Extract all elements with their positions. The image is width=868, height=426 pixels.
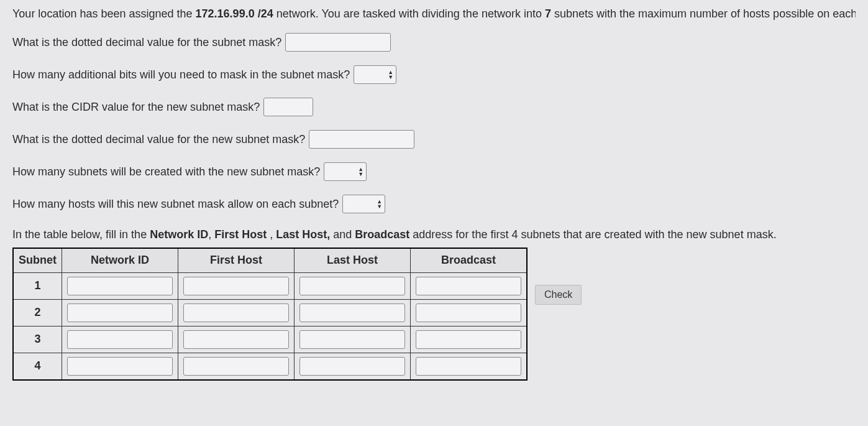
q2-input[interactable] <box>359 68 385 81</box>
q2-label: How many additional bits will you need t… <box>12 67 350 83</box>
intro-subnets: 7 <box>545 7 551 20</box>
last-host-input[interactable] <box>299 303 405 322</box>
table-row: 3 <box>13 326 527 353</box>
intro-mid: network. You are tasked with dividing th… <box>273 7 545 20</box>
table-row: 2 <box>13 299 527 326</box>
broadcast-input[interactable] <box>416 330 521 349</box>
th-netid: Network ID <box>62 248 178 272</box>
intro-text: Your location has been assigned the 172.… <box>12 6 856 22</box>
q6-input[interactable] <box>348 198 374 210</box>
q6-label: How many hosts will this new subnet mask… <box>12 197 339 212</box>
broadcast-input[interactable] <box>416 277 521 295</box>
intro-network: 172.16.99.0 /24 <box>196 7 273 20</box>
check-button[interactable]: Check <box>535 285 582 305</box>
table-row: 1 <box>13 272 527 299</box>
stepper-caret-icon[interactable]: ▲▼ <box>355 167 363 177</box>
q5-label: How many subnets will be created with th… <box>12 164 320 180</box>
row-num: 3 <box>34 333 40 345</box>
q5-stepper[interactable]: ▲▼ <box>324 162 367 181</box>
table-row: 4 <box>13 353 527 380</box>
question-6: How many hosts will this new subnet mask… <box>12 195 856 213</box>
q6-stepper[interactable]: ▲▼ <box>342 195 385 213</box>
table-intro: In the table below, fill in the Network … <box>12 227 856 243</box>
row-num: 4 <box>34 359 40 372</box>
th-first: First Host <box>178 248 295 272</box>
first-host-input[interactable] <box>183 277 289 295</box>
th-subnet: Subnet <box>13 248 62 272</box>
netid-input[interactable] <box>67 277 173 295</box>
first-host-input[interactable] <box>183 303 289 322</box>
netid-input[interactable] <box>67 330 173 349</box>
netid-input[interactable] <box>67 303 173 322</box>
question-1: What is the dotted decimal value for the… <box>12 33 856 52</box>
q2-stepper[interactable]: ▲▼ <box>354 65 396 84</box>
stepper-caret-icon[interactable]: ▲▼ <box>385 70 393 80</box>
q5-input[interactable] <box>329 165 355 178</box>
question-2: How many additional bits will you need t… <box>12 65 856 84</box>
q4-input[interactable] <box>309 130 414 149</box>
broadcast-input[interactable] <box>416 303 521 322</box>
q4-label: What is the dotted decimal value for the… <box>12 132 305 147</box>
broadcast-input[interactable] <box>416 357 521 376</box>
q3-input[interactable] <box>263 98 313 116</box>
last-host-input[interactable] <box>299 277 405 295</box>
th-last: Last Host <box>295 248 411 272</box>
intro-post: subnets with the maximum number of hosts… <box>551 7 856 20</box>
last-host-input[interactable] <box>299 357 405 376</box>
netid-input[interactable] <box>67 357 173 376</box>
q1-label: What is the dotted decimal value for the… <box>12 35 281 50</box>
row-num: 1 <box>34 279 40 292</box>
intro-pre: Your location has been assigned the <box>12 7 196 20</box>
q1-input[interactable] <box>285 33 391 52</box>
stepper-caret-icon[interactable]: ▲▼ <box>374 199 382 209</box>
first-host-input[interactable] <box>183 357 289 376</box>
first-host-input[interactable] <box>183 330 289 349</box>
th-bcast: Broadcast <box>411 248 528 272</box>
q3-label: What is the CIDR value for the new subne… <box>12 100 260 115</box>
question-3: What is the CIDR value for the new subne… <box>12 98 856 116</box>
question-5: How many subnets will be created with th… <box>12 162 856 181</box>
row-num: 2 <box>34 306 40 318</box>
question-4: What is the dotted decimal value for the… <box>12 130 856 149</box>
subnet-table: Subnet Network ID First Host Last Host B… <box>12 248 528 380</box>
last-host-input[interactable] <box>299 330 405 349</box>
